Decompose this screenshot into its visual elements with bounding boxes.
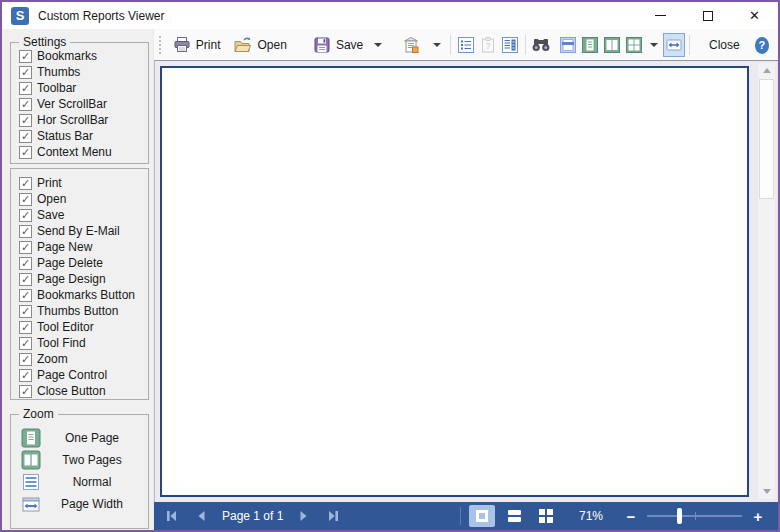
- close-button[interactable]: Close: [694, 33, 755, 57]
- zoom-button-label: One Page: [41, 431, 143, 445]
- checkbox-close-button[interactable]: ✓Close Button: [11, 383, 148, 399]
- view-grid-button[interactable]: [533, 505, 559, 527]
- checkbox-tool-editor[interactable]: ✓Tool Editor: [11, 319, 148, 335]
- two-pages-button[interactable]: [601, 33, 623, 57]
- first-page-button[interactable]: [160, 505, 182, 527]
- zoom-level: 71%: [573, 509, 609, 523]
- checkbox-print[interactable]: ✓Print: [11, 175, 148, 191]
- zoom-in-button[interactable]: +: [750, 508, 766, 525]
- checkbox-hor-scrollbar[interactable]: ✓Hor ScrollBar: [11, 112, 148, 128]
- vertical-scrollbar[interactable]: [758, 63, 775, 499]
- checkbox-status-bar[interactable]: ✓Status Bar: [11, 128, 148, 144]
- zoom-two-pages-button[interactable]: Two Pages: [16, 449, 143, 470]
- find-button[interactable]: [530, 33, 552, 57]
- status-bar: Page 1 of 1 71% − +: [154, 502, 778, 530]
- close-icon: ✕: [749, 8, 760, 23]
- page-width-button[interactable]: [663, 33, 685, 57]
- zoom-one-page-button[interactable]: One Page: [16, 427, 143, 448]
- checkbox-zoom[interactable]: ✓Zoom: [11, 351, 148, 367]
- checkbox-icon: ✓: [19, 209, 32, 222]
- checkbox-label: Thumbs: [37, 65, 80, 79]
- bookmarks-icon: [457, 36, 475, 54]
- save-button[interactable]: Save: [307, 33, 369, 57]
- pages-dropdown-button[interactable]: [645, 33, 663, 57]
- check-icon: ✓: [21, 370, 30, 380]
- checkbox-context-menu[interactable]: ✓Context Menu: [11, 144, 148, 160]
- app-logo: S: [11, 7, 29, 25]
- checkbox-label: Close Button: [37, 384, 106, 398]
- send-email-button[interactable]: [395, 33, 428, 57]
- checkbox-save[interactable]: ✓Save: [11, 207, 148, 223]
- checkbox-icon: ✓: [19, 353, 32, 366]
- send-email-dropdown-button[interactable]: [428, 33, 446, 57]
- checkbox-icon: ✓: [19, 305, 32, 318]
- help-button[interactable]: ?: [755, 37, 769, 54]
- thumbs-icon: ?: [479, 36, 497, 54]
- maximize-button[interactable]: [684, 2, 731, 29]
- view-single-button[interactable]: [469, 505, 495, 527]
- checkbox-send-by-email[interactable]: ✓Send By E-Mail: [11, 223, 148, 239]
- next-page-button[interactable]: [293, 505, 315, 527]
- view-continuous-icon: [508, 510, 521, 522]
- single-page-button[interactable]: [579, 33, 601, 57]
- check-icon: ✓: [21, 258, 30, 268]
- checkbox-toolbar[interactable]: ✓Toolbar: [11, 80, 148, 96]
- checkbox-page-delete[interactable]: ✓Page Delete: [11, 255, 148, 271]
- zoom-button-label: Two Pages: [41, 453, 143, 467]
- one-page-view-icon: [559, 36, 577, 54]
- checkbox-icon: ✓: [19, 98, 32, 111]
- checkbox-tool-find[interactable]: ✓Tool Find: [11, 335, 148, 351]
- one-page-view-button[interactable]: [557, 33, 579, 57]
- checkbox-icon: ✓: [19, 66, 32, 79]
- scroll-up-button[interactable]: [758, 63, 775, 78]
- checkbox-page-new[interactable]: ✓Page New: [11, 239, 148, 255]
- check-icon: ✓: [21, 131, 30, 141]
- zoom-button-label: Normal: [41, 475, 143, 489]
- editor-button[interactable]: [499, 33, 521, 57]
- zoom-normal-button[interactable]: Normal: [16, 471, 143, 492]
- prev-page-button[interactable]: [190, 505, 212, 527]
- last-page-button[interactable]: [323, 505, 345, 527]
- zoom-group-label: Zoom: [19, 407, 58, 421]
- checkbox-icon: ✓: [19, 114, 32, 127]
- checkbox-icon: ✓: [19, 130, 32, 143]
- send-email-icon: [401, 36, 421, 54]
- checkbox-ver-scrollbar[interactable]: ✓Ver ScrollBar: [11, 96, 148, 112]
- checkbox-label: Save: [37, 208, 64, 222]
- checkbox-label: Open: [37, 192, 66, 206]
- checkbox-thumbs[interactable]: ✓Thumbs: [11, 64, 148, 80]
- checkbox-bookmarks-button[interactable]: ✓Bookmarks Button: [11, 287, 148, 303]
- toolbar-grip[interactable]: [159, 36, 162, 54]
- minimize-button[interactable]: [637, 2, 684, 29]
- check-icon: ✓: [21, 210, 30, 220]
- bookmarks-toggle-button[interactable]: [455, 33, 477, 57]
- scroll-down-button[interactable]: [758, 484, 775, 499]
- zoom-out-button[interactable]: −: [623, 508, 639, 525]
- multi-pages-icon: [625, 36, 643, 54]
- multi-pages-button[interactable]: [623, 33, 645, 57]
- zoom-slider[interactable]: [647, 515, 742, 517]
- scrollbar-thumb[interactable]: [759, 79, 774, 199]
- page-width-icon: [21, 494, 41, 514]
- checkbox-page-design[interactable]: ✓Page Design: [11, 271, 148, 287]
- checkbox-label: Print: [37, 176, 62, 190]
- checkbox-open[interactable]: ✓Open: [11, 191, 148, 207]
- view-continuous-button[interactable]: [501, 505, 527, 527]
- open-button[interactable]: Open: [227, 33, 293, 57]
- checkbox-bookmarks[interactable]: ✓Bookmarks: [11, 48, 148, 64]
- check-icon: ✓: [21, 147, 30, 157]
- checkbox-page-control[interactable]: ✓Page Control: [11, 367, 148, 383]
- checkbox-label: Status Bar: [37, 129, 93, 143]
- checkbox-label: Page Delete: [37, 256, 103, 270]
- zoom-page-width-button[interactable]: Page Width: [16, 493, 143, 514]
- checkbox-thumbs-button[interactable]: ✓Thumbs Button: [11, 303, 148, 319]
- check-icon: ✓: [21, 386, 30, 396]
- checkbox-label: Ver ScrollBar: [37, 97, 107, 111]
- zoom-slider-thumb[interactable]: [677, 508, 682, 524]
- two-pages-icon: [21, 450, 41, 470]
- close-window-button[interactable]: ✕: [731, 2, 778, 29]
- first-page-icon: [163, 508, 179, 524]
- window-controls: ✕: [637, 2, 778, 29]
- print-button[interactable]: Print: [167, 33, 227, 57]
- save-dropdown-button[interactable]: [369, 33, 387, 57]
